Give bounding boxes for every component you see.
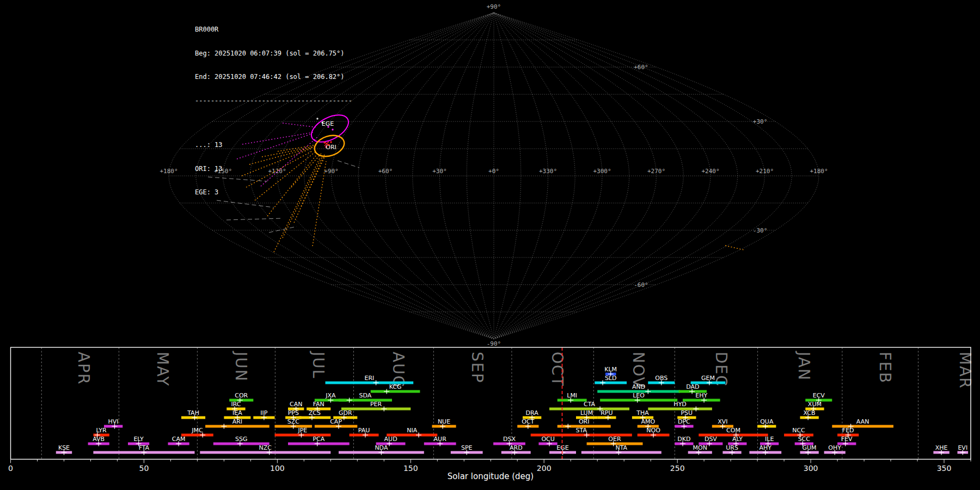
end-time: End: 20251020 07:46:42 (sol = 206.82°)	[195, 73, 352, 81]
observation-info: BR000R Beg: 20251020 06:07:39 (sol = 206…	[195, 10, 352, 228]
lat-label: -30°	[753, 227, 768, 234]
pole-label-north: +90°	[487, 3, 501, 10]
activity-bar	[595, 382, 627, 384]
shower-code: ARD	[510, 444, 523, 451]
shower-code: DAD	[686, 383, 699, 390]
x-tick-label: 100	[270, 464, 285, 473]
shower-code: NDA	[375, 444, 388, 451]
shower-code: QUA	[760, 418, 774, 425]
shower-code: LEO	[633, 392, 645, 399]
shower-code: IIP	[260, 409, 267, 416]
lon-label: +330°	[539, 168, 557, 175]
shower-code: SDA	[359, 392, 372, 399]
shower-code: GEM	[701, 375, 715, 382]
shower-code: CAP	[330, 418, 342, 425]
pole-label-south: -90°	[487, 340, 501, 347]
shower-ARI: ARI	[205, 418, 270, 429]
shower-code: LUM	[580, 409, 593, 416]
shower-code: SSG	[235, 436, 248, 443]
month-label: JUN	[232, 351, 250, 382]
shower-code: ELY	[133, 436, 144, 443]
shower-OCT: OCT	[517, 418, 538, 429]
activity-bar	[648, 408, 712, 411]
x-tick-label: 50	[139, 464, 149, 473]
activity-bar	[371, 390, 420, 393]
month-label: FEB	[876, 352, 894, 384]
shower-IIP: IIP	[253, 409, 274, 420]
shower-code: SCC	[798, 436, 811, 443]
shower-code: EHY	[695, 392, 707, 399]
meridian	[494, 13, 521, 339]
shower-code: LMI	[567, 392, 577, 399]
shower-NOO: NOO	[638, 427, 670, 438]
shower-bars: KLMERISLDOBSGEMKCGANDDADCORJXASDALMILEOE…	[56, 366, 968, 455]
shower-code: KSE	[58, 444, 70, 451]
begin-time: Beg: 20251020 06:07:39 (sol = 206.75°)	[195, 50, 352, 58]
shower-counts: ...: 13 ORI: 13 EGE: 3	[195, 125, 352, 212]
shower-AVB: AVB	[88, 436, 109, 446]
shower-SLD: SLD	[595, 375, 627, 385]
shower-EHY: EHY	[683, 392, 720, 403]
shower-code: URS	[726, 444, 738, 451]
shower-HYD: HYD	[648, 401, 712, 412]
shower-code: AUD	[384, 436, 397, 443]
shower-RPU: RPU	[597, 409, 616, 420]
shower-code: TAH	[187, 409, 199, 416]
month-label: MAR	[956, 352, 974, 389]
shower-XCB: XCB	[800, 409, 819, 420]
shower-ARD: ARD	[501, 444, 531, 455]
shower-code: NTA	[615, 444, 627, 451]
shower-NZC: NZC	[200, 444, 330, 455]
shower-FTA: FTA	[93, 444, 194, 455]
shower-SPE: SPE	[451, 444, 483, 455]
meridian	[494, 13, 765, 339]
shower-MON: MON	[688, 444, 712, 455]
shower-CAM: CAM	[168, 436, 189, 446]
shower-code: KLM	[604, 366, 617, 373]
x-axis-label: Solar longitude (deg)	[448, 471, 534, 481]
shower-code: THA	[636, 409, 649, 416]
shower-code: CAN	[290, 401, 302, 408]
shower-AAN: AAN	[832, 418, 893, 429]
shower-NTA: NTA	[581, 444, 661, 455]
lon-label: +300°	[593, 168, 611, 175]
shower-code: GDR	[339, 409, 352, 416]
activity-bar	[200, 451, 330, 454]
shower-TAH: TAH	[181, 409, 205, 420]
shower-code: NOO	[646, 427, 660, 434]
x-tick-label: 350	[937, 464, 952, 473]
shower-GUM: GUM	[800, 444, 819, 455]
shower-code: FEV	[841, 436, 853, 443]
shower-code: OHY	[828, 444, 841, 451]
station-id: BR000R	[195, 26, 352, 34]
lon-label: +210°	[756, 168, 774, 175]
shower-code: COM	[726, 427, 740, 434]
lon-label: +180°	[160, 168, 177, 175]
month-label: APR	[75, 352, 93, 385]
meridian	[494, 13, 819, 339]
shower-EVI: EVI	[958, 444, 969, 455]
shower-code: ARI	[232, 418, 242, 425]
lat-label: -60°	[634, 281, 648, 289]
separator-line: ----------------------------------------	[195, 97, 352, 105]
x-tick-label: 150	[403, 464, 418, 473]
shower-LEO: LEO	[600, 392, 677, 403]
shower-code: FTA	[139, 444, 150, 451]
shower-PCA: PCA	[288, 436, 350, 446]
shower-code: FAN	[313, 401, 324, 408]
shower-code: ERI	[364, 375, 374, 382]
shower-code: IRC	[231, 401, 241, 408]
shower-CAP: CAP	[315, 418, 357, 429]
shower-code: AAN	[856, 418, 869, 425]
shower-code: XVI	[718, 418, 727, 425]
shower-code: NZC	[259, 444, 272, 451]
shower-code: LYR	[96, 427, 107, 434]
month-label: JAN	[795, 351, 813, 381]
month-label: JUL	[309, 351, 327, 379]
shower-code: NUE	[438, 418, 450, 425]
month-label: MAY	[154, 352, 171, 387]
shower-PAU: PAU	[350, 427, 379, 438]
shower-QUA: QUA	[757, 418, 776, 429]
shower-NUE: NUE	[432, 418, 456, 429]
shower-code: PER	[370, 401, 382, 408]
